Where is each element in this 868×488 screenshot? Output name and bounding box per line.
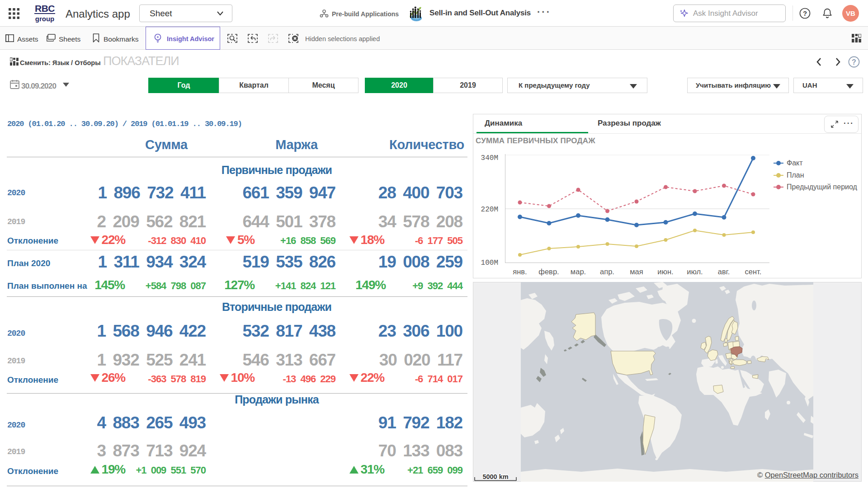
svg-text:апр.: апр. xyxy=(600,267,614,276)
svg-text:авг.: авг. xyxy=(718,267,730,276)
svg-text:сент.: сент. xyxy=(745,267,762,276)
svg-text:100M: 100M xyxy=(481,259,498,267)
svg-text:мар.: мар. xyxy=(571,267,586,276)
svg-text:июн.: июн. xyxy=(657,267,673,276)
svg-text:5000 km: 5000 km xyxy=(482,473,508,480)
svg-text:июл.: июл. xyxy=(687,267,703,276)
svg-text:Предыдущий период: Предыдущий период xyxy=(787,183,858,191)
svg-text:340M: 340M xyxy=(481,154,498,162)
svg-text:?: ? xyxy=(803,9,807,17)
svg-text:Факт: Факт xyxy=(787,159,803,167)
svg-text:План: План xyxy=(787,171,804,179)
svg-text:220M: 220M xyxy=(481,206,498,214)
svg-text:янв.: янв. xyxy=(513,267,527,276)
svg-text:мая: мая xyxy=(630,267,643,276)
svg-text:?: ? xyxy=(852,58,856,66)
svg-text:февр.: февр. xyxy=(538,267,559,276)
